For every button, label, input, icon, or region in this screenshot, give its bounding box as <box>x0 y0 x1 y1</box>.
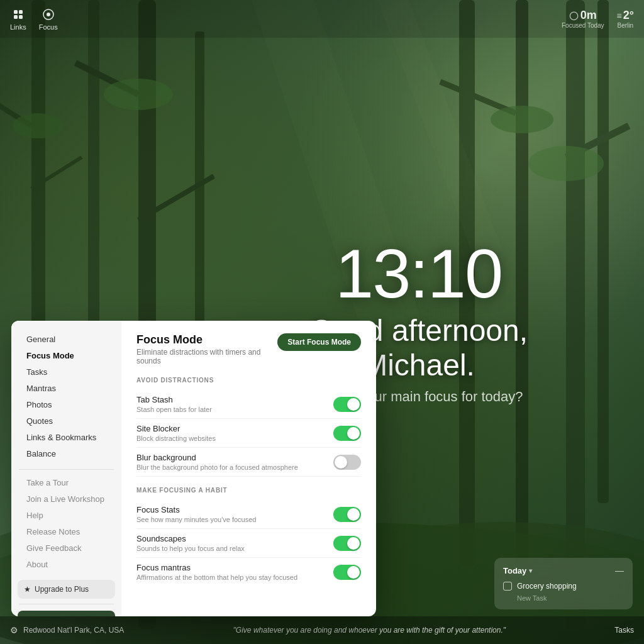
blur-background-info: Blur background Blur the background phot… <box>136 453 298 471</box>
focus-label: Focus <box>39 23 58 31</box>
weather-city: Berlin <box>618 22 634 29</box>
sidebar-item-photos[interactable]: Photos <box>15 397 118 413</box>
settings-main-panel: Focus Mode Eliminate distractions with t… <box>121 321 376 616</box>
focus-mantras-title: Focus mantras <box>136 563 297 572</box>
blur-background-title: Blur background <box>136 453 298 462</box>
weather-icon: ≡ <box>617 11 622 21</box>
site-blocker-desc: Block distracting websites <box>136 435 216 442</box>
settings-description: Eliminate distractions with timers and s… <box>136 348 277 365</box>
settings-title: Focus Mode <box>136 333 277 347</box>
task-label-grocery: Grocery shopping <box>517 582 577 591</box>
blur-background-toggle[interactable] <box>333 455 361 470</box>
sidebar-item-help[interactable]: Help <box>15 508 118 523</box>
svg-point-28 <box>47 13 50 16</box>
links-nav-item[interactable]: Links <box>10 8 26 31</box>
top-bar: Links Focus ◯ 0m Focused Today ≡ 2° <box>0 0 644 38</box>
new-task-input[interactable]: New Task <box>503 594 624 602</box>
task-panel: Today ▾ — Grocery shopping New Task <box>494 558 633 609</box>
focus-mantras-toggle[interactable] <box>333 565 361 580</box>
svg-rect-24 <box>19 10 23 14</box>
sidebar-item-general[interactable]: General <box>15 331 118 347</box>
focus-stats-title: Focus Stats <box>136 505 256 514</box>
focus-stats-toggle[interactable] <box>333 507 361 522</box>
svg-rect-26 <box>19 15 23 19</box>
settings-sidebar: General Focus Mode Tasks Mantras Photos … <box>11 321 121 616</box>
blur-background-desc: Blur the background photo for a focused … <box>136 464 298 471</box>
focus-mantras-desc: Affirmations at the bottom that help you… <box>136 574 297 581</box>
sidebar-item-mantras[interactable]: Mantras <box>15 380 118 396</box>
focus-stats-track <box>333 507 361 522</box>
start-focus-mode-button[interactable]: Start Focus Mode <box>277 333 361 351</box>
upgrade-to-plus-button[interactable]: ★ Upgrade to Plus <box>18 580 115 599</box>
tab-stash-toggle-row: Tab Stash Stash open tabs for later <box>136 390 361 419</box>
sidebar-item-balance[interactable]: Balance <box>15 446 118 462</box>
clock-display: 13:10 <box>258 239 580 308</box>
soundscapes-info: Soundscapes Sounds to help you focus and… <box>136 534 245 552</box>
focused-today-widget: ◯ 0m Focused Today <box>562 9 604 29</box>
task-item-grocery: Grocery shopping <box>503 582 624 591</box>
focus-stats-desc: See how many minutes you've focused <box>136 516 256 523</box>
sidebar-secondary-section: Take a Tour Join a Live Workshop Help Re… <box>11 475 121 572</box>
soundscapes-toggle[interactable] <box>333 536 361 551</box>
blur-background-track <box>333 455 361 470</box>
top-bar-left: Links Focus <box>10 8 58 31</box>
focus-mantras-info: Focus mantras Affirmations at the bottom… <box>136 563 297 581</box>
soundscapes-desc: Sounds to help you focus and relax <box>136 545 245 552</box>
links-label: Links <box>10 23 26 31</box>
location-label: Redwood Nat'l Park, CA, USA <box>23 626 124 635</box>
bottom-bar: ⚙ Redwood Nat'l Park, CA, USA "Give what… <box>0 616 644 644</box>
tab-stash-desc: Stash open tabs for later <box>136 406 212 413</box>
task-panel-minimize-icon[interactable]: — <box>615 565 624 575</box>
sidebar-divider-1 <box>19 469 114 470</box>
make-habit-label: MAKE FOCUSING A HABIT <box>136 487 361 494</box>
sidebar-item-release-notes[interactable]: Release Notes <box>15 524 118 540</box>
soundscapes-title: Soundscapes <box>136 534 245 543</box>
settings-gear-icon[interactable]: ⚙ <box>10 625 18 635</box>
task-checkbox-grocery[interactable] <box>503 582 512 591</box>
sidebar-item-focus-mode[interactable]: Focus Mode <box>15 348 118 364</box>
site-blocker-info: Site Blocker Block distracting websites <box>136 424 216 442</box>
tab-stash-track <box>333 397 361 412</box>
upgrade-star-icon: ★ <box>24 585 31 594</box>
sidebar-item-give-feedback[interactable]: Give Feedback <box>15 540 118 556</box>
site-blocker-track <box>333 426 361 441</box>
task-panel-header: Today ▾ — <box>503 565 624 575</box>
weather-temp: ≡ 2° <box>617 9 634 22</box>
tasks-button[interactable]: Tasks <box>614 626 634 635</box>
focus-mantras-track <box>333 565 361 580</box>
site-blocker-title: Site Blocker <box>136 424 216 433</box>
focused-today-label: Focused Today <box>562 22 604 29</box>
tab-stash-info: Tab Stash Stash open tabs for later <box>136 395 212 413</box>
bottom-left: ⚙ Redwood Nat'l Park, CA, USA <box>10 625 124 635</box>
settings-panel: General Focus Mode Tasks Mantras Photos … <box>11 321 376 616</box>
sidebar-item-quotes[interactable]: Quotes <box>15 413 118 429</box>
top-bar-right: ◯ 0m Focused Today ≡ 2° Berlin <box>562 9 634 29</box>
soundscapes-track <box>333 536 361 551</box>
svg-rect-23 <box>14 10 18 14</box>
focus-stats-toggle-row: Focus Stats See how many minutes you've … <box>136 500 361 529</box>
svg-rect-25 <box>14 15 18 19</box>
sidebar-item-about[interactable]: About <box>15 557 118 572</box>
sidebar-item-links-bookmarks[interactable]: Links & Bookmarks <box>15 430 118 445</box>
tab-stash-title: Tab Stash <box>136 395 212 404</box>
settings-header: Focus Mode Eliminate distractions with t… <box>136 333 361 365</box>
site-blocker-toggle-row: Site Blocker Block distracting websites <box>136 419 361 448</box>
links-icon <box>11 8 25 21</box>
sidebar-divider-2 <box>19 604 114 604</box>
focus-nav-item[interactable]: Focus <box>39 8 58 31</box>
settings-header-text: Focus Mode Eliminate distractions with t… <box>136 333 277 365</box>
focused-today-value: ◯ 0m <box>569 9 597 22</box>
site-blocker-toggle[interactable] <box>333 426 361 441</box>
weather-widget: ≡ 2° Berlin <box>617 9 634 29</box>
tab-stash-toggle[interactable] <box>333 397 361 412</box>
sidebar-item-tasks[interactable]: Tasks <box>15 364 118 380</box>
focus-stats-info: Focus Stats See how many minutes you've … <box>136 505 256 523</box>
focus-mantras-toggle-row: Focus mantras Affirmations at the bottom… <box>136 558 361 586</box>
sidebar-item-take-tour[interactable]: Take a Tour <box>15 475 118 491</box>
bottom-quote: "Give whatever you are doing and whoever… <box>124 626 614 635</box>
blur-background-toggle-row: Blur background Blur the background phot… <box>136 448 361 477</box>
focus-icon <box>42 8 55 21</box>
sidebar-item-live-workshop[interactable]: Join a Live Workshop <box>15 491 118 507</box>
login-signup-button[interactable]: Log In/Sign up Sync your account <box>18 611 115 616</box>
avoid-distractions-label: AVOID DISTRACTIONS <box>136 377 361 384</box>
